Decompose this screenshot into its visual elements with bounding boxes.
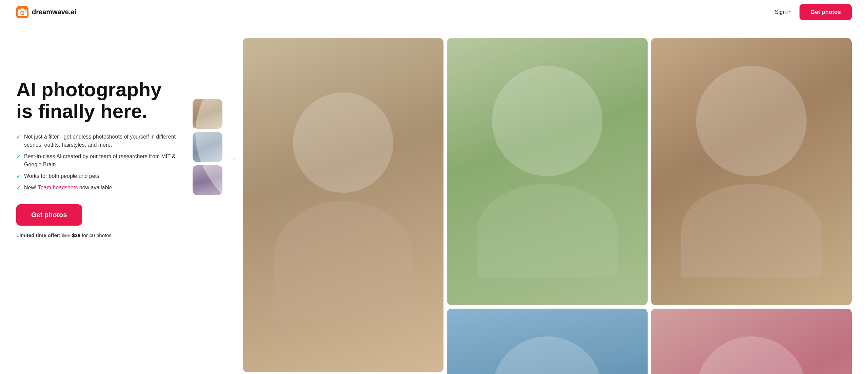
logo[interactable]: dreamwave.ai <box>16 6 76 18</box>
svg-point-3 <box>21 12 24 14</box>
output-photo-1 <box>243 38 443 372</box>
output-photo-3 <box>651 38 852 305</box>
svg-point-5 <box>25 10 26 12</box>
output-photo-4 <box>447 309 648 374</box>
nav-right: Sign in Get photos <box>775 4 852 20</box>
input-photos-column <box>193 38 222 195</box>
svg-rect-4 <box>21 8 24 10</box>
output-photo-2 <box>447 38 648 305</box>
get-photos-button-nav[interactable]: Get photos <box>800 4 852 20</box>
input-photo-3 <box>193 165 222 195</box>
face-overlay-3 <box>193 165 222 195</box>
sign-in-button[interactable]: Sign in <box>775 9 791 15</box>
right-section: → <box>193 38 852 374</box>
main-content: AI photography is finally here. ✓ Not ju… <box>0 24 868 374</box>
camera-icon <box>16 6 28 18</box>
output-photo-5 <box>651 309 852 374</box>
output-photos-grid <box>243 38 852 374</box>
face-circle-3 <box>195 165 222 195</box>
logo-text: dreamwave.ai <box>32 8 76 16</box>
navbar: dreamwave.ai Sign in Get photos <box>0 0 868 24</box>
